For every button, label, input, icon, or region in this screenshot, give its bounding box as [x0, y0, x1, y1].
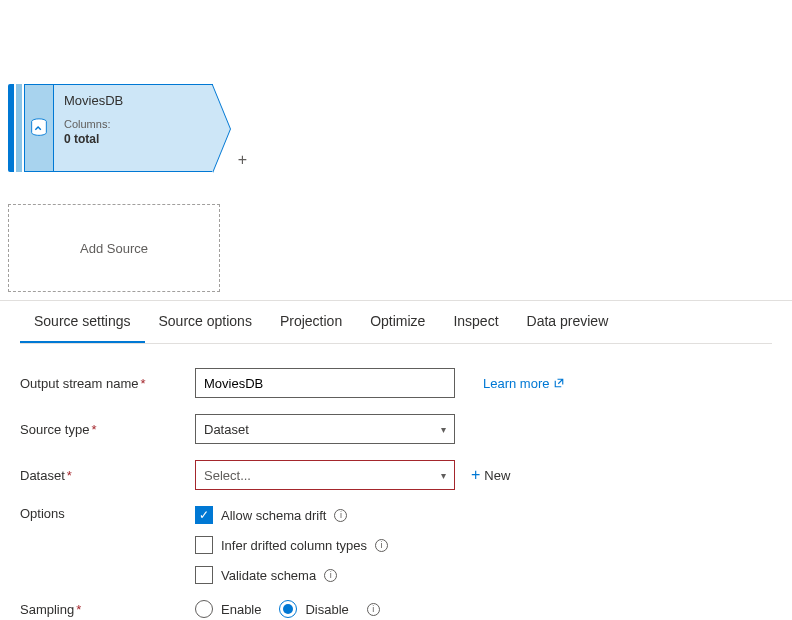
tab-data-preview[interactable]: Data preview	[513, 301, 623, 343]
label-source-type: Source type*	[20, 422, 195, 437]
label-sampling: Sampling*	[20, 602, 195, 617]
source-node-moviesdb[interactable]: MoviesDB Columns: 0 total +	[8, 84, 213, 172]
chevron-down-icon: ▾	[441, 470, 446, 481]
infer-label: Infer drifted column types	[221, 538, 367, 553]
flow-canvas: MoviesDB Columns: 0 total + Add Source	[0, 0, 792, 300]
chevron-down-icon: ▾	[441, 424, 446, 435]
node-arrow	[212, 85, 230, 173]
checkbox-validate[interactable]	[195, 566, 213, 584]
row-output-name: Output stream name* Learn more	[20, 368, 772, 398]
info-icon[interactable]: i	[324, 569, 337, 582]
settings-panel: Source settings Source options Projectio…	[0, 300, 792, 620]
tab-projection[interactable]: Projection	[266, 301, 356, 343]
option-allow-schema-drift: ✓ Allow schema drift i	[195, 506, 388, 524]
source-type-select[interactable]: Dataset ▾	[195, 414, 455, 444]
dataset-placeholder: Select...	[204, 468, 251, 483]
learn-more-link[interactable]: Learn more	[483, 376, 565, 391]
option-infer-types: Infer drifted column types i	[195, 536, 388, 554]
label-output-name: Output stream name*	[20, 376, 195, 391]
tab-inspect[interactable]: Inspect	[439, 301, 512, 343]
info-icon[interactable]: i	[367, 603, 380, 616]
plus-icon: +	[471, 466, 480, 484]
enable-label: Enable	[221, 602, 261, 617]
add-step-button[interactable]: +	[238, 151, 247, 169]
row-source-type: Source type* Dataset ▾	[20, 414, 772, 444]
tab-source-settings[interactable]: Source settings	[20, 301, 145, 343]
radio-enable[interactable]	[195, 600, 213, 618]
node-columns-stat: 0 total	[64, 132, 202, 146]
add-source-button[interactable]: Add Source	[8, 204, 220, 292]
row-sampling: Sampling* Enable Disable i	[20, 600, 772, 618]
row-dataset: Dataset* Select... ▾ + New	[20, 460, 772, 490]
disable-label: Disable	[305, 602, 348, 617]
database-icon	[24, 84, 54, 172]
options-column: ✓ Allow schema drift i Infer drifted col…	[195, 506, 388, 584]
new-label: New	[484, 468, 510, 483]
dataset-select[interactable]: Select... ▾	[195, 460, 455, 490]
node-left-accent	[8, 84, 14, 172]
learn-more-label: Learn more	[483, 376, 549, 391]
checkbox-infer[interactable]	[195, 536, 213, 554]
sampling-radio-group: Enable Disable i	[195, 600, 380, 618]
tab-source-options[interactable]: Source options	[145, 301, 266, 343]
tab-bar: Source settings Source options Projectio…	[20, 301, 772, 344]
node-left-accent-2	[16, 84, 22, 172]
label-dataset: Dataset*	[20, 468, 195, 483]
checkbox-allow-drift[interactable]: ✓	[195, 506, 213, 524]
label-options: Options	[20, 506, 195, 521]
info-icon[interactable]: i	[334, 509, 347, 522]
node-columns-label: Columns:	[64, 118, 202, 130]
source-type-value: Dataset	[204, 422, 249, 437]
radio-disable[interactable]	[279, 600, 297, 618]
validate-label: Validate schema	[221, 568, 316, 583]
external-link-icon	[553, 377, 565, 389]
output-stream-input[interactable]	[195, 368, 455, 398]
new-dataset-button[interactable]: + New	[471, 466, 510, 484]
node-title: MoviesDB	[64, 93, 202, 108]
add-source-label: Add Source	[80, 241, 148, 256]
node-body: MoviesDB Columns: 0 total +	[54, 84, 213, 172]
row-options: Options ✓ Allow schema drift i Infer dri…	[20, 506, 772, 584]
tab-optimize[interactable]: Optimize	[356, 301, 439, 343]
info-icon[interactable]: i	[375, 539, 388, 552]
form: Output stream name* Learn more Source ty…	[20, 344, 772, 618]
option-validate-schema: Validate schema i	[195, 566, 388, 584]
allow-drift-label: Allow schema drift	[221, 508, 326, 523]
